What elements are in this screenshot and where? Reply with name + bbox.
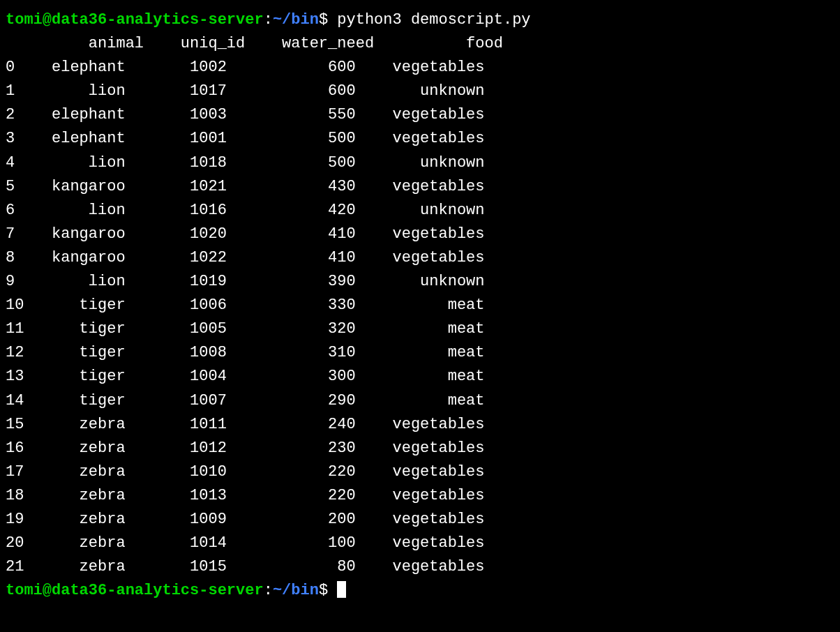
command: python3 demoscript.py: [337, 11, 530, 29]
prompt-line-2[interactable]: tomi@data36-analytics-server:~/bin$: [6, 579, 834, 603]
colon: :: [264, 11, 273, 29]
path: ~/bin: [273, 11, 319, 29]
user-host: tomi@data36-analytics-server: [6, 11, 264, 29]
colon: :: [264, 582, 273, 599]
terminal-output: animal uniq_id water_need food 0 elephan…: [6, 32, 834, 579]
prompt-line-1[interactable]: tomi@data36-analytics-server:~/bin$ pyth…: [6, 8, 834, 32]
path: ~/bin: [273, 582, 319, 599]
cursor: [337, 581, 346, 598]
dollar: $: [319, 582, 337, 599]
user-host: tomi@data36-analytics-server: [6, 582, 264, 599]
dollar: $: [319, 11, 337, 29]
